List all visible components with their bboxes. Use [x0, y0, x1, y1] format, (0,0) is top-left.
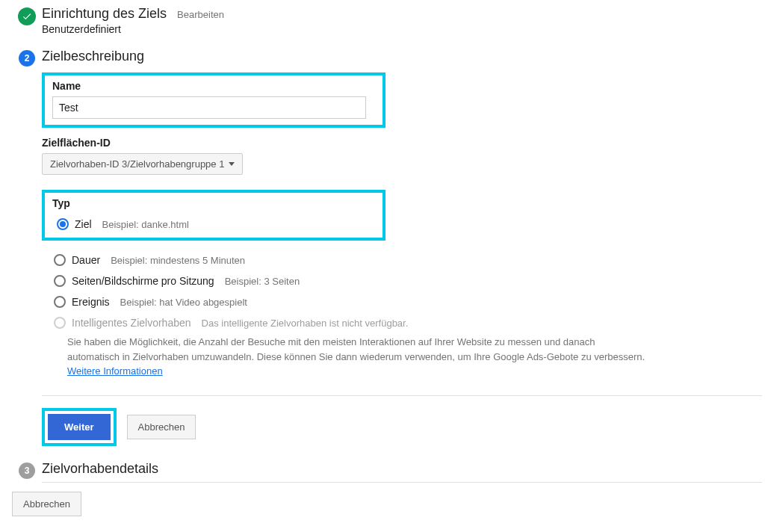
checkmark-icon	[18, 7, 36, 25]
slot-label: Zielflächen-ID	[42, 137, 762, 149]
chevron-down-icon	[229, 162, 235, 166]
radio-label: Ereignis	[72, 296, 110, 308]
type-label: Typ	[52, 197, 375, 209]
step-2-badge: 2	[19, 50, 35, 66]
radio-example: Beispiel: 3 Seiten	[225, 276, 300, 287]
cancel-button[interactable]: Abbrechen	[12, 492, 81, 516]
radio-icon	[57, 218, 69, 230]
step-1-subtitle: Benutzerdefiniert	[42, 23, 762, 35]
radio-example: Beispiel: danke.html	[102, 219, 189, 230]
radio-icon	[54, 275, 66, 287]
name-highlight: Name	[42, 72, 386, 128]
step-1-header: Einrichtung des Ziels Bearbeiten Benutze…	[12, 6, 762, 35]
step-3-badge: 3	[19, 463, 35, 479]
step-1-title: Einrichtung des Ziels	[42, 6, 167, 22]
radio-label: Ziel	[75, 218, 92, 230]
radio-label: Intelligentes Zielvorhaben	[72, 317, 191, 329]
smart-goal-info: Sie haben die Möglichkeit, die Anzahl de…	[67, 335, 650, 379]
type-highlight: Typ Ziel Beispiel: danke.html	[42, 190, 386, 241]
radio-icon	[54, 296, 66, 308]
step-2-buttons: Weiter Abbrechen	[42, 408, 762, 446]
step-2-body: Name Zielflächen-ID Zielvorhaben-ID 3/Zi…	[42, 72, 762, 446]
step-3-header: 3 Zielvorhabendetails	[12, 461, 762, 479]
radio-example: Das intelligente Zielvorhaben ist nicht …	[202, 318, 409, 329]
bottom-actions: Abbrechen	[12, 492, 762, 516]
slot-dropdown-value: Zielvorhaben-ID 3/Zielvorhabengruppe 1	[50, 158, 224, 170]
radio-example: Beispiel: mindestens 5 Minuten	[111, 255, 245, 266]
name-label: Name	[52, 80, 375, 92]
radio-destination[interactable]: Ziel Beispiel: danke.html	[57, 214, 375, 235]
continue-highlight: Weiter	[42, 408, 117, 446]
more-info-link[interactable]: Weitere Informationen	[67, 365, 163, 377]
cancel-step-button[interactable]: Abbrechen	[127, 415, 196, 439]
divider	[42, 482, 762, 483]
step-2-title: Zielbeschreibung	[42, 49, 144, 64]
radio-label: Seiten/Bildschirme pro Sitzung	[72, 275, 214, 287]
radio-icon	[54, 317, 66, 329]
radio-duration[interactable]: Dauer Beispiel: mindestens 5 Minuten	[46, 250, 762, 270]
slot-block: Zielflächen-ID Zielvorhaben-ID 3/Zielvor…	[42, 137, 762, 175]
edit-link[interactable]: Bearbeiten	[177, 9, 224, 20]
slot-dropdown[interactable]: Zielvorhaben-ID 3/Zielvorhabengruppe 1	[42, 153, 243, 175]
name-input[interactable]	[52, 96, 366, 119]
radio-icon	[54, 254, 66, 266]
radio-example: Beispiel: hat Video abgespielt	[120, 297, 247, 308]
radio-label: Dauer	[72, 254, 100, 266]
radio-pages[interactable]: Seiten/Bildschirme pro Sitzung Beispiel:…	[46, 270, 762, 291]
step-2-header: 2 Zielbeschreibung	[12, 49, 762, 66]
radio-smart-goal: Intelligentes Zielvorhaben Das intellige…	[46, 312, 762, 333]
continue-button[interactable]: Weiter	[48, 414, 111, 440]
step-3-title: Zielvorhabendetails	[42, 461, 158, 476]
divider	[42, 395, 762, 396]
radio-event[interactable]: Ereignis Beispiel: hat Video abgespielt	[46, 291, 762, 312]
